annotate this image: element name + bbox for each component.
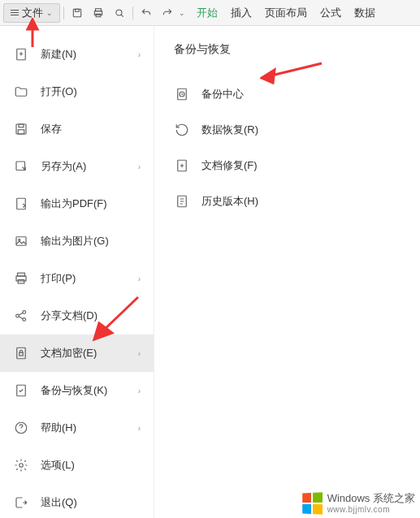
menu-exit[interactable]: 退出(Q) xyxy=(0,484,154,518)
tab-formula[interactable]: 公式 xyxy=(320,6,341,20)
separator xyxy=(63,6,64,19)
chevron-right-icon: › xyxy=(138,274,141,283)
menu-new[interactable]: 新建(N) › xyxy=(0,36,154,73)
watermark-suffix: 系统之家 xyxy=(373,492,415,504)
backup-icon xyxy=(13,382,29,399)
chevron-right-icon: › xyxy=(138,162,141,171)
recovery-icon xyxy=(174,122,190,138)
menu-backup[interactable]: 备份与恢复(K) › xyxy=(0,372,154,409)
preview-icon[interactable] xyxy=(110,3,129,23)
print-icon[interactable] xyxy=(89,3,108,23)
menu-label: 帮助(H) xyxy=(41,421,138,435)
ribbon-tabs: 开始 插入 页面布局 公式 数据 xyxy=(197,6,375,20)
sub-history[interactable]: 历史版本(H) xyxy=(174,183,401,219)
sub-label: 备份中心 xyxy=(201,87,244,101)
save-icon[interactable] xyxy=(67,3,87,23)
print-icon xyxy=(13,270,29,287)
menu-label: 输出为图片(G) xyxy=(41,234,141,248)
menu-help[interactable]: 帮助(H) › xyxy=(0,409,154,447)
sub-backup-center[interactable]: 备份中心 xyxy=(174,76,401,112)
svg-rect-20 xyxy=(17,347,26,359)
menu-label: 另存为(A) xyxy=(41,159,138,174)
gear-icon xyxy=(13,457,29,473)
sub-data-recovery[interactable]: 数据恢复(R) xyxy=(174,112,401,148)
sub-label: 文档修复(F) xyxy=(201,158,258,173)
sub-label: 历史版本(H) xyxy=(201,194,258,209)
file-menu-button[interactable]: 文件 ⌄ xyxy=(3,3,60,23)
content-panel: 备份与恢复 备份中心 数据恢复(R) 文档修复(F) 历史版本(H) xyxy=(154,26,420,518)
file-sidebar: 新建(N) › 打开(O) 保存 另存为(A) › 输出为PDF(F) 输出为图… xyxy=(0,26,154,518)
exit-icon xyxy=(13,494,29,511)
menu-label: 备份与恢复(K) xyxy=(41,383,138,398)
tab-data[interactable]: 数据 xyxy=(354,6,375,20)
menu-open[interactable]: 打开(O) xyxy=(0,73,154,110)
menu-label: 新建(N) xyxy=(41,47,138,62)
new-icon xyxy=(13,46,29,63)
history-icon xyxy=(174,193,190,209)
chevron-down-icon[interactable]: ⌄ xyxy=(179,9,185,17)
watermark-url: www.bjjmlv.com xyxy=(327,505,415,515)
watermark: Windows 系统之家 www.bjjmlv.com xyxy=(301,492,415,515)
svg-point-5 xyxy=(116,9,122,15)
undo-icon[interactable] xyxy=(136,3,156,23)
menu-print[interactable]: 打印(P) › xyxy=(0,260,154,297)
menu-options[interactable]: 选项(L) xyxy=(0,447,154,484)
chevron-right-icon: › xyxy=(138,424,141,433)
menu-label: 退出(Q) xyxy=(41,495,141,510)
main-area: 新建(N) › 打开(O) 保存 另存为(A) › 输出为PDF(F) 输出为图… xyxy=(0,26,420,518)
toolbar: 文件 ⌄ ⌄ 开始 插入 页面布局 公式 数据 xyxy=(0,0,420,26)
pdf-icon xyxy=(13,196,29,212)
svg-point-24 xyxy=(19,464,24,468)
menu-encrypt[interactable]: 文档加密(E) › xyxy=(0,335,154,372)
menu-label: 保存 xyxy=(41,122,141,136)
tab-insert[interactable]: 插入 xyxy=(231,6,252,20)
menu-pdf[interactable]: 输出为PDF(F) xyxy=(0,185,154,222)
svg-rect-11 xyxy=(17,198,26,209)
menu-save[interactable]: 保存 xyxy=(0,110,154,148)
clock-doc-icon xyxy=(174,86,190,102)
repair-icon xyxy=(174,158,190,174)
svg-rect-8 xyxy=(19,124,24,127)
file-menu-label: 文件 xyxy=(22,6,43,20)
windows-logo-icon xyxy=(302,493,323,515)
help-icon xyxy=(13,420,29,436)
lock-icon xyxy=(13,345,29,361)
save-icon xyxy=(13,121,29,137)
chevron-down-icon: ⌄ xyxy=(46,9,53,17)
menu-saveas[interactable]: 另存为(A) › xyxy=(0,148,154,185)
hamburger-icon xyxy=(11,10,19,15)
menu-share[interactable]: 分享文档(D) xyxy=(0,297,154,335)
share-icon xyxy=(13,308,29,324)
svg-rect-9 xyxy=(18,130,24,134)
content-title: 备份与恢复 xyxy=(174,42,401,57)
sub-doc-repair[interactable]: 文档修复(F) xyxy=(174,148,401,183)
svg-rect-12 xyxy=(16,237,26,246)
svg-rect-1 xyxy=(76,9,80,11)
image-icon xyxy=(13,233,29,249)
sub-label: 数据恢复(R) xyxy=(201,123,258,137)
svg-rect-0 xyxy=(73,9,80,16)
folder-icon xyxy=(13,84,29,100)
watermark-brand: Windows xyxy=(327,492,370,504)
menu-label: 输出为PDF(F) xyxy=(41,196,141,211)
menu-label: 打开(O) xyxy=(41,84,141,99)
tab-start[interactable]: 开始 xyxy=(197,6,218,20)
chevron-right-icon: › xyxy=(138,349,141,358)
tab-layout[interactable]: 页面布局 xyxy=(265,6,307,20)
redo-icon[interactable] xyxy=(158,3,177,23)
chevron-right-icon: › xyxy=(138,50,141,59)
menu-label: 选项(L) xyxy=(41,458,141,473)
svg-rect-4 xyxy=(96,14,101,17)
menu-label: 分享文档(D) xyxy=(41,309,141,323)
svg-rect-21 xyxy=(19,352,24,356)
menu-label: 文档加密(E) xyxy=(41,346,138,360)
svg-rect-16 xyxy=(18,280,24,284)
menu-label: 打印(P) xyxy=(41,271,138,286)
saveas-icon xyxy=(13,158,29,175)
menu-image[interactable]: 输出为图片(G) xyxy=(0,222,154,260)
separator xyxy=(132,6,133,19)
chevron-right-icon: › xyxy=(138,386,141,395)
